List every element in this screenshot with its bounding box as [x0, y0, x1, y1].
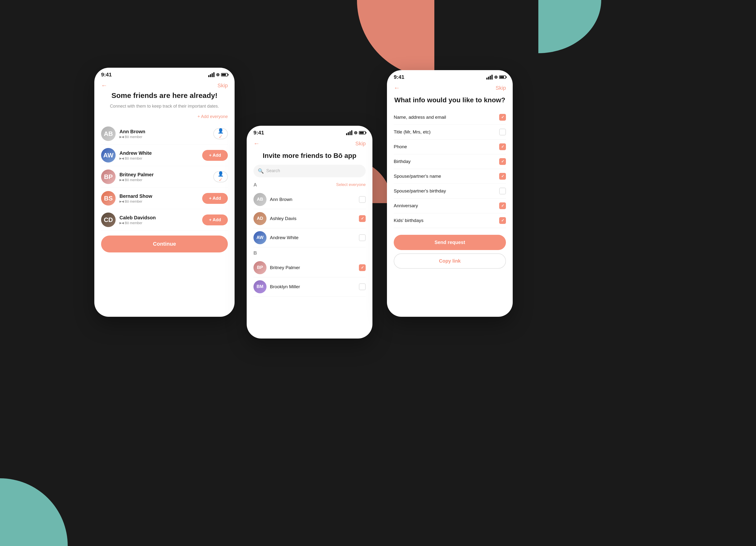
- friend-row-britney: BP Britney Palmer ▶◀ Bō member 👤✓: [101, 166, 228, 188]
- contact-row-ashley: AD Ashley Davis: [253, 209, 366, 228]
- contact-name-brooklyn: Brooklyn Miller: [270, 284, 359, 289]
- avatar-bernard: BS: [101, 191, 116, 206]
- continue-button[interactable]: Continue: [101, 236, 228, 252]
- contact-name-britney: Britney Palmer: [270, 265, 359, 270]
- added-button-britney[interactable]: 👤✓: [213, 171, 228, 182]
- info-label-spouse-name: Spouse/partner's name: [394, 174, 441, 179]
- friend-row-andrew: AW Andrew White ▶◀ Bō member + Add: [101, 145, 228, 166]
- section-letter-b: B: [253, 250, 257, 256]
- skip-button-2[interactable]: Skip: [355, 140, 366, 147]
- status-icons-2: ⊜: [346, 130, 366, 135]
- info-label-birthday: Birthday: [394, 159, 411, 164]
- search-box[interactable]: 🔍 Search: [253, 165, 366, 177]
- section-header-a: A Select everyone: [253, 182, 366, 188]
- p1-subtitle: Connect with them to keep track of their…: [101, 103, 228, 109]
- checkbox-brooklyn[interactable]: [359, 283, 366, 290]
- status-bar-1: 9:41 ⊜: [94, 68, 235, 80]
- select-everyone-button[interactable]: Select everyone: [336, 182, 366, 187]
- contact-row-ann: AB Ann Brown: [253, 190, 366, 209]
- contact-name-andrew: Andrew White: [270, 235, 359, 240]
- added-button-ann[interactable]: 👤✓: [213, 128, 228, 139]
- back-button-3[interactable]: ←: [394, 84, 400, 92]
- add-everyone-button[interactable]: + Add everyone: [101, 114, 228, 119]
- checkbox-ann[interactable]: [359, 196, 366, 203]
- phone-friends-list: 9:41 ⊜ ← Skip Some friends are here alre…: [94, 68, 235, 317]
- friend-name-bernard: Bernard Show: [119, 193, 202, 199]
- search-placeholder: Search: [266, 168, 280, 173]
- send-request-button[interactable]: Send request: [394, 235, 506, 250]
- wifi-icon-2: ⊜: [354, 130, 357, 135]
- friend-row-caleb: CD Caleb Davidson ▶◀ Bō member + Add: [101, 209, 228, 231]
- add-button-bernard[interactable]: + Add: [202, 193, 228, 204]
- add-button-caleb[interactable]: + Add: [202, 214, 228, 225]
- phone-invite: 9:41 ⊜ ← Skip Invite more friends to Bō …: [247, 126, 372, 339]
- info-row-spouse-bday: Spouse/partner's birthday: [394, 184, 506, 199]
- info-row-kids: Kids' birthdays: [394, 213, 506, 228]
- search-icon: 🔍: [258, 168, 264, 174]
- avatar-britney-2: BP: [253, 261, 267, 274]
- back-button-2[interactable]: ←: [253, 140, 260, 147]
- avatar-ann: AB: [101, 126, 116, 141]
- checkbox-britney[interactable]: [359, 264, 366, 271]
- skip-button-1[interactable]: Skip: [217, 82, 228, 89]
- time-3: 9:41: [394, 74, 404, 80]
- checkbox-name[interactable]: [499, 114, 506, 121]
- person-check-icon: 👤✓: [218, 128, 224, 140]
- friend-badge-andrew: ▶◀ Bō member: [119, 156, 202, 160]
- info-label-title: Title (Mr, Mrs, etc): [394, 129, 430, 135]
- deco-teal-top-right: [538, 0, 601, 53]
- signal-icon-3: [486, 75, 493, 80]
- screen-content-2: Invite more friends to Bō app 🔍 Search A…: [247, 149, 372, 339]
- friend-name-andrew: Andrew White: [119, 150, 202, 156]
- friend-badge-ann: ▶◀ Bō member: [119, 135, 213, 139]
- deco-teal-bottom-left: [0, 478, 68, 546]
- deco-coral-top-right: [357, 0, 434, 77]
- info-row-spouse-name: Spouse/partner's name: [394, 169, 506, 184]
- nav-bar-1: ← Skip: [94, 80, 235, 91]
- section-letter-a: A: [253, 182, 257, 188]
- checkbox-spouse-bday[interactable]: [499, 188, 506, 194]
- status-bar-2: 9:41 ⊜: [247, 126, 372, 138]
- info-label-kids: Kids' birthdays: [394, 218, 423, 223]
- info-label-anniversary: Anniversary: [394, 203, 418, 208]
- add-button-andrew[interactable]: + Add: [202, 150, 228, 161]
- contact-row-andrew: AW Andrew White: [253, 228, 366, 247]
- skip-button-3[interactable]: Skip: [496, 85, 506, 91]
- avatar-caleb: CD: [101, 213, 116, 227]
- checkbox-ashley[interactable]: [359, 215, 366, 222]
- copy-link-button[interactable]: Copy link: [394, 253, 506, 269]
- p3-title: What info would you like to know?: [394, 96, 506, 104]
- battery-icon-2: [359, 131, 366, 134]
- battery-icon-3: [499, 75, 506, 79]
- contact-row-brooklyn: BM Brooklyn Miller: [253, 277, 366, 296]
- p1-title: Some friends are here already!: [101, 91, 228, 100]
- friend-name-britney: Britney Palmer: [119, 172, 213, 177]
- contact-name-ashley: Ashley Davis: [270, 216, 359, 221]
- avatar-andrew: AW: [101, 148, 116, 162]
- checkbox-andrew[interactable]: [359, 234, 366, 241]
- info-row-birthday: Birthday: [394, 154, 506, 169]
- avatar-brooklyn: BM: [253, 280, 267, 293]
- avatar-andrew-2: AW: [253, 231, 267, 244]
- checkbox-title[interactable]: [499, 129, 506, 135]
- nav-bar-3: ← Skip: [387, 82, 513, 94]
- friend-name-ann: Ann Brown: [119, 129, 213, 134]
- checkbox-anniversary[interactable]: [499, 202, 506, 209]
- checkbox-spouse-name[interactable]: [499, 173, 506, 180]
- phone-info: 9:41 ⊜ ← Skip What info would you like t…: [387, 70, 513, 317]
- friend-row-ann: AB Ann Brown ▶◀ Bō member 👤✓: [101, 123, 228, 145]
- friend-badge-britney: ▶◀ Bō member: [119, 178, 213, 182]
- avatar-ashley: AD: [253, 212, 267, 225]
- contact-row-britney: BP Britney Palmer: [253, 258, 366, 277]
- time-2: 9:41: [253, 130, 264, 136]
- status-bar-3: 9:41 ⊜: [387, 70, 513, 82]
- friend-row-bernard: BS Bernard Show ▶◀ Bō member + Add: [101, 188, 228, 209]
- checkbox-birthday[interactable]: [499, 158, 506, 165]
- checkbox-kids[interactable]: [499, 217, 506, 224]
- section-header-b: B: [253, 250, 366, 256]
- checkbox-phone[interactable]: [499, 143, 506, 150]
- friend-name-caleb: Caleb Davidson: [119, 215, 202, 221]
- back-button-1[interactable]: ←: [101, 82, 107, 89]
- nav-bar-2: ← Skip: [247, 138, 372, 149]
- info-label-phone: Phone: [394, 144, 407, 149]
